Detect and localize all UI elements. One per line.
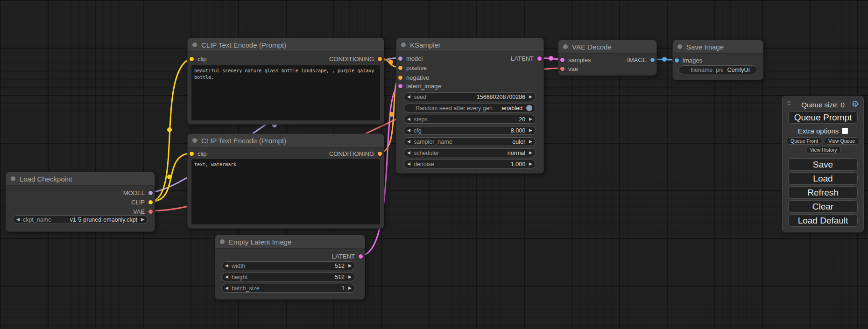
vae-slot-dot[interactable] bbox=[560, 67, 565, 71]
model-slot-dot[interactable] bbox=[148, 191, 153, 195]
prev-value-arrow[interactable]: ◀ bbox=[407, 126, 410, 135]
prev-value-arrow[interactable]: ◀ bbox=[407, 115, 410, 124]
node-vae-decode[interactable]: VAE Decode samples vae IMAGE bbox=[558, 40, 657, 76]
node-clip-text-encode-negative[interactable]: CLIP Text Encode (Prompt) clip CONDITION… bbox=[187, 133, 384, 229]
seed-widget[interactable]: ◀ seed 156680208700286 ▶ bbox=[403, 92, 536, 101]
random-seed-widget[interactable]: Random seed after every gen enabled bbox=[403, 104, 536, 112]
refresh-button[interactable]: Refresh bbox=[788, 186, 858, 199]
image-slot-dot[interactable] bbox=[675, 58, 679, 63]
collapse-dot-icon[interactable] bbox=[401, 42, 406, 47]
latent-slot-dot[interactable] bbox=[359, 254, 363, 259]
clip-slot-dot[interactable] bbox=[190, 152, 194, 156]
latent-slot-dot[interactable] bbox=[560, 58, 565, 62]
link-midpoint-dot[interactable] bbox=[389, 112, 394, 117]
clear-button[interactable]: Clear bbox=[788, 200, 858, 213]
queue-prompt-button[interactable]: Queue Prompt bbox=[788, 111, 858, 124]
load-button[interactable]: Load bbox=[788, 172, 858, 185]
node-ksampler[interactable]: KSampler model positive negative latent_… bbox=[396, 38, 544, 174]
width-widget[interactable]: ◀ width 512 ▶ bbox=[221, 261, 355, 270]
next-value-arrow[interactable]: ▶ bbox=[348, 284, 352, 293]
view-history-button[interactable]: View History bbox=[806, 146, 841, 154]
collapse-dot-icon[interactable] bbox=[220, 239, 225, 244]
denoise-widget[interactable]: ◀ denoise 1.000 ▶ bbox=[403, 160, 536, 168]
input-slot-latent-image[interactable]: latent_image bbox=[398, 82, 441, 90]
image-slot-dot[interactable] bbox=[650, 58, 655, 62]
collapse-dot-icon[interactable] bbox=[563, 44, 568, 49]
node-title-bar[interactable]: Load Checkpoint bbox=[6, 172, 155, 186]
output-slot-model[interactable]: MODEL bbox=[123, 189, 153, 197]
output-slot-latent[interactable]: LATENT bbox=[511, 54, 542, 63]
link-midpoint-dot[interactable] bbox=[167, 127, 172, 132]
node-title-bar[interactable]: CLIP Text Encode (Prompt) bbox=[188, 38, 384, 52]
input-slot-clip[interactable]: clip bbox=[190, 55, 207, 63]
extra-options-checkbox[interactable] bbox=[842, 128, 848, 134]
prev-value-arrow[interactable]: ◀ bbox=[225, 261, 228, 270]
prev-value-arrow[interactable]: ◀ bbox=[225, 273, 228, 281]
input-slot-vae[interactable]: vae bbox=[560, 64, 578, 73]
input-slot-positive[interactable]: positive bbox=[398, 63, 427, 72]
prompt-textarea[interactable]: beautiful scenery nature glass bottle la… bbox=[191, 65, 380, 120]
next-value-arrow[interactable]: ▶ bbox=[348, 273, 352, 281]
link-midpoint-dot[interactable] bbox=[167, 175, 172, 179]
node-clip-text-encode-positive[interactable]: CLIP Text Encode (Prompt) clip CONDITION… bbox=[187, 38, 384, 125]
sampler-name-widget[interactable]: ◀ sampler_name euler ▶ bbox=[403, 137, 536, 146]
output-slot-clip[interactable]: CLIP bbox=[131, 198, 153, 206]
collapse-dot-icon[interactable] bbox=[11, 176, 15, 181]
queue-front-button[interactable]: Queue Front bbox=[786, 137, 822, 145]
gear-icon[interactable]: ⚙ bbox=[852, 99, 859, 109]
comfyui-canvas[interactable]: Load Checkpoint MODEL CLIP VAE ◀ ckpt_na… bbox=[0, 0, 868, 329]
node-title-bar[interactable]: Empty Latent Image bbox=[215, 235, 365, 249]
next-value-arrow[interactable]: ▶ bbox=[529, 137, 532, 146]
next-value-arrow[interactable]: ▶ bbox=[348, 261, 352, 270]
prev-value-arrow[interactable]: ◀ bbox=[407, 148, 410, 157]
clip-slot-dot[interactable] bbox=[190, 57, 194, 61]
prompt-textarea[interactable]: text, watermark bbox=[191, 159, 380, 224]
queue-menu-panel[interactable]: ⠿ Queue size: 0 ⚙ Queue Prompt Extra opt… bbox=[782, 96, 864, 232]
link-midpoint-dot[interactable] bbox=[662, 57, 667, 62]
node-load-checkpoint[interactable]: Load Checkpoint MODEL CLIP VAE ◀ ckpt_na… bbox=[6, 172, 155, 232]
next-value-arrow[interactable]: ▶ bbox=[529, 92, 532, 101]
input-slot-model[interactable]: model bbox=[398, 54, 423, 63]
output-slot-conditioning[interactable]: CONDITIONING bbox=[329, 55, 382, 63]
next-value-arrow[interactable]: ▶ bbox=[529, 115, 532, 124]
input-slot-clip[interactable]: clip bbox=[190, 149, 207, 158]
view-queue-button[interactable]: View Queue bbox=[824, 137, 860, 145]
conditioning-slot-dot[interactable] bbox=[398, 66, 402, 70]
collapse-dot-icon[interactable] bbox=[192, 42, 197, 47]
link-midpoint-dot[interactable] bbox=[388, 60, 393, 64]
latent-slot-dot[interactable] bbox=[537, 56, 542, 61]
random-seed-toggle[interactable] bbox=[526, 105, 532, 111]
steps-widget[interactable]: ◀ steps 20 ▶ bbox=[403, 115, 536, 124]
prev-value-arrow[interactable]: ◀ bbox=[407, 137, 410, 146]
node-title-bar[interactable]: VAE Decode bbox=[558, 40, 656, 54]
batch-size-widget[interactable]: ◀ batch_size 1 ▶ bbox=[221, 284, 355, 293]
input-slot-images[interactable]: images bbox=[675, 56, 702, 64]
conditioning-slot-dot[interactable] bbox=[378, 152, 382, 156]
prev-value-arrow[interactable]: ◀ bbox=[407, 160, 410, 168]
next-value-arrow[interactable]: ▶ bbox=[529, 148, 532, 157]
clip-slot-dot[interactable] bbox=[148, 200, 153, 204]
conditioning-slot-dot[interactable] bbox=[398, 76, 402, 80]
output-slot-conditioning[interactable]: CONDITIONING bbox=[329, 149, 382, 158]
input-slot-negative[interactable]: negative bbox=[398, 73, 429, 82]
prev-value-arrow[interactable]: ◀ bbox=[16, 215, 20, 224]
node-title-bar[interactable]: KSampler bbox=[396, 38, 543, 52]
model-slot-dot[interactable] bbox=[398, 56, 402, 61]
next-value-arrow[interactable]: ▶ bbox=[141, 215, 144, 224]
next-value-arrow[interactable]: ▶ bbox=[529, 160, 532, 168]
load-default-button[interactable]: Load Default bbox=[788, 214, 858, 227]
vae-slot-dot[interactable] bbox=[148, 210, 153, 214]
output-slot-image[interactable]: IMAGE bbox=[627, 56, 655, 64]
scheduler-widget[interactable]: ◀ scheduler normal ▶ bbox=[403, 148, 536, 157]
output-slot-latent[interactable]: LATENT bbox=[332, 252, 363, 260]
input-slot-samples[interactable]: samples bbox=[560, 56, 591, 64]
save-button[interactable]: Save bbox=[788, 158, 858, 171]
node-title-bar[interactable]: Save Image bbox=[673, 40, 763, 54]
link-midpoint-dot[interactable] bbox=[549, 56, 553, 61]
ckpt-name-widget[interactable]: ◀ ckpt_name v1-5-pruned-emaonly.ckpt ▶ bbox=[13, 215, 148, 224]
collapse-dot-icon[interactable] bbox=[192, 138, 197, 143]
node-title-bar[interactable]: CLIP Text Encode (Prompt) bbox=[188, 134, 384, 147]
conditioning-slot-dot[interactable] bbox=[378, 57, 382, 61]
height-widget[interactable]: ◀ height 512 ▶ bbox=[221, 273, 355, 281]
next-value-arrow[interactable]: ▶ bbox=[529, 126, 532, 135]
